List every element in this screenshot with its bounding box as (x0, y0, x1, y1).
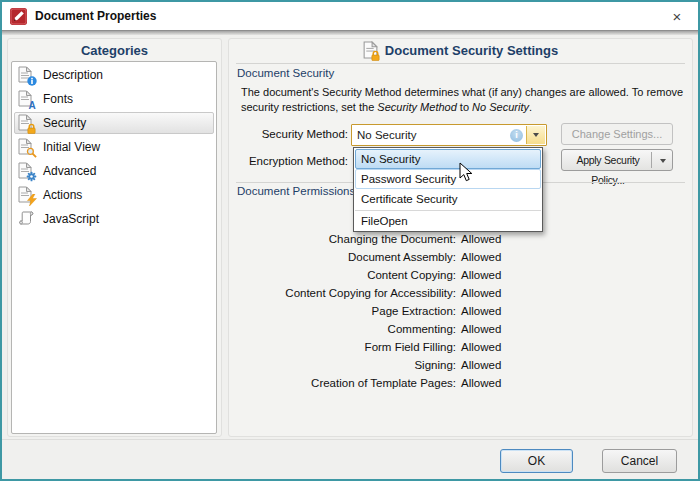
initial-view-page-icon (18, 138, 35, 156)
permission-label: Page Extraction: (231, 302, 456, 320)
security-method-combobox[interactable]: No Security i (351, 124, 547, 146)
dialog-title: Document Properties (35, 9, 156, 23)
apply-security-policy-button[interactable]: Apply Security Policy... (561, 149, 673, 171)
sidebar-item-label: Advanced (43, 164, 96, 178)
permission-value: Allowed (461, 356, 501, 374)
lock-badge-icon (26, 123, 37, 134)
categories-panel: Categories Description A Fonts (7, 38, 222, 437)
info-icon[interactable]: i (510, 129, 523, 142)
footer-divider (2, 439, 698, 440)
sidebar-item-initial-view[interactable]: Initial View (13, 135, 215, 159)
sidebar-item-label: Security (43, 116, 86, 130)
gear-badge-icon (26, 171, 37, 182)
sidebar-item-label: Description (43, 68, 103, 82)
ok-button[interactable]: OK (500, 449, 573, 473)
actions-page-icon (18, 186, 35, 204)
change-settings-button[interactable]: Change Settings... (561, 123, 673, 145)
combobox-dropdown-button[interactable] (526, 126, 545, 144)
categories-header: Categories (8, 43, 221, 58)
permission-label: Content Copying: (231, 266, 456, 284)
sidebar-item-security[interactable]: Security (13, 111, 215, 135)
permission-value: Allowed (461, 338, 501, 356)
security-method-value: No Security (357, 125, 416, 145)
dropdown-option-fileopen[interactable]: FileOpen (355, 211, 541, 231)
group-divider (236, 63, 685, 64)
permission-value: Allowed (461, 266, 501, 284)
cancel-button[interactable]: Cancel (602, 449, 677, 473)
permission-label: Changing the Document: (231, 230, 456, 248)
permission-value: Allowed (461, 248, 501, 266)
magnifier-badge-icon (26, 147, 37, 158)
permission-value: Allowed (461, 302, 501, 320)
description-page-icon (18, 66, 35, 84)
security-settings-panel: Document Security Settings Document Secu… (228, 38, 693, 437)
chevron-down-icon (533, 133, 539, 137)
sidebar-item-label: JavaScript (43, 212, 99, 226)
javascript-scroll-icon (18, 210, 35, 228)
sidebar-item-fonts[interactable]: A Fonts (13, 87, 215, 111)
sidebar-item-label: Actions (43, 188, 82, 202)
permission-value: Allowed (461, 230, 501, 248)
permission-label: Form Field Filling: (231, 338, 456, 356)
font-a-badge-icon: A (27, 100, 37, 110)
permission-label: Commenting: (231, 320, 456, 338)
pdf-xchange-logo-icon (10, 8, 27, 25)
sidebar-item-advanced[interactable]: Advanced (13, 159, 215, 183)
permission-label: Creation of Template Pages: (231, 374, 456, 392)
sidebar-item-label: Fonts (43, 92, 73, 106)
dropdown-option-no-security[interactable]: No Security (355, 149, 541, 169)
document-properties-dialog: Document Properties × Categories Descrip… (0, 0, 700, 481)
svg-text:A: A (28, 100, 35, 110)
titlebar-shadow (2, 31, 698, 35)
sidebar-item-javascript[interactable]: JavaScript (13, 207, 215, 231)
permission-value: Allowed (461, 284, 501, 302)
info-badge-icon (27, 76, 37, 86)
security-page-icon (18, 114, 35, 132)
sidebar-item-description[interactable]: Description (13, 63, 215, 87)
permission-label: Document Assembly: (231, 248, 456, 266)
encryption-method-label: Encryption Method: (229, 155, 348, 167)
dropdown-option-certificate-security[interactable]: Certificate Security (355, 189, 541, 209)
document-lock-icon (363, 41, 378, 59)
advanced-page-icon (18, 162, 35, 180)
permission-value: Allowed (461, 320, 501, 338)
mouse-cursor (459, 162, 473, 183)
security-method-dropdown-list[interactable]: No Security Password Security Certificat… (353, 147, 543, 232)
title-bar[interactable]: Document Properties × (2, 2, 698, 31)
close-icon[interactable]: × (662, 8, 692, 25)
button-split-divider (651, 152, 652, 168)
permission-label: Signing: (231, 356, 456, 374)
security-settings-title: Document Security Settings (385, 43, 558, 58)
security-method-label: Security Method: (229, 128, 348, 140)
fonts-page-icon: A (18, 90, 35, 108)
categories-list[interactable]: Description A Fonts Security (11, 61, 217, 434)
chevron-down-icon[interactable] (660, 159, 666, 163)
sidebar-item-label: Initial View (43, 140, 100, 154)
document-security-group-label: Document Security (237, 67, 334, 79)
security-settings-header: Document Security Settings (229, 41, 692, 59)
lightning-badge-icon (27, 194, 37, 206)
security-description-text: The document's Security Method determine… (241, 85, 687, 115)
permission-label: Content Copying for Accessibility: (231, 284, 456, 302)
dropdown-option-password-security[interactable]: Password Security (355, 169, 541, 189)
sidebar-item-actions[interactable]: Actions (13, 183, 215, 207)
permission-value: Allowed (461, 374, 501, 392)
